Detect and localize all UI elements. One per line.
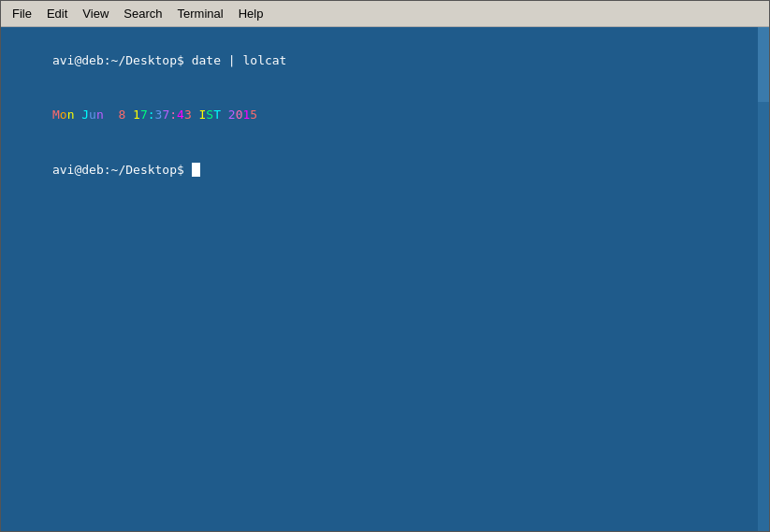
lolcat-char-7: n xyxy=(96,108,104,122)
terminal-cursor xyxy=(192,163,200,177)
lolcat-char-17: : xyxy=(169,108,177,122)
lolcat-char-8 xyxy=(104,108,111,122)
terminal-line-3: avi@deb:~/Desktop$ xyxy=(8,142,762,197)
lolcat-char-25: 2 xyxy=(228,108,236,122)
terminal-line-2: Mon Jun 8 17:37:43 IST 2015 xyxy=(8,88,762,143)
menu-view[interactable]: View xyxy=(75,5,116,22)
lolcat-char-12: 1 xyxy=(133,108,140,122)
lolcat-char-6: u xyxy=(89,108,96,122)
lolcat-char-19: 3 xyxy=(184,108,192,122)
menu-bar: File Edit View Search Terminal Help xyxy=(1,1,769,27)
lolcat-char-5: J xyxy=(81,108,89,122)
lolcat-char-22: S xyxy=(206,108,213,122)
lolcat-char-1: M xyxy=(52,108,60,122)
lolcat-char-13: 7 xyxy=(140,108,148,122)
lolcat-char-20 xyxy=(192,108,199,122)
app-window: File Edit View Search Terminal Help avi@… xyxy=(0,0,770,532)
menu-search[interactable]: Search xyxy=(116,5,169,22)
lolcat-char-26: 0 xyxy=(236,108,243,122)
lolcat-char-28: 5 xyxy=(250,108,257,122)
terminal-line-1: avi@deb:~/Desktop$ date | lolcat xyxy=(8,33,762,88)
lolcat-char-24 xyxy=(221,108,228,122)
lolcat-char-2: o xyxy=(60,108,67,122)
scrollbar[interactable] xyxy=(758,27,769,531)
terminal-area[interactable]: avi@deb:~/Desktop$ date | lolcat Mon Jun… xyxy=(1,27,769,531)
menu-terminal[interactable]: Terminal xyxy=(170,5,231,22)
menu-edit[interactable]: Edit xyxy=(39,5,75,22)
lolcat-char-18: 4 xyxy=(177,108,184,122)
menu-help[interactable]: Help xyxy=(231,5,271,22)
prompt-1: avi@deb:~/Desktop$ xyxy=(52,53,192,67)
prompt-3: avi@deb:~/Desktop$ xyxy=(52,163,192,177)
lolcat-char-14: : xyxy=(148,108,155,122)
scrollbar-thumb[interactable] xyxy=(758,27,769,102)
lolcat-char-11 xyxy=(125,108,133,122)
lolcat-char-23: T xyxy=(213,108,221,122)
menu-file[interactable]: File xyxy=(5,5,39,22)
command-1: date | lolcat xyxy=(192,53,287,67)
